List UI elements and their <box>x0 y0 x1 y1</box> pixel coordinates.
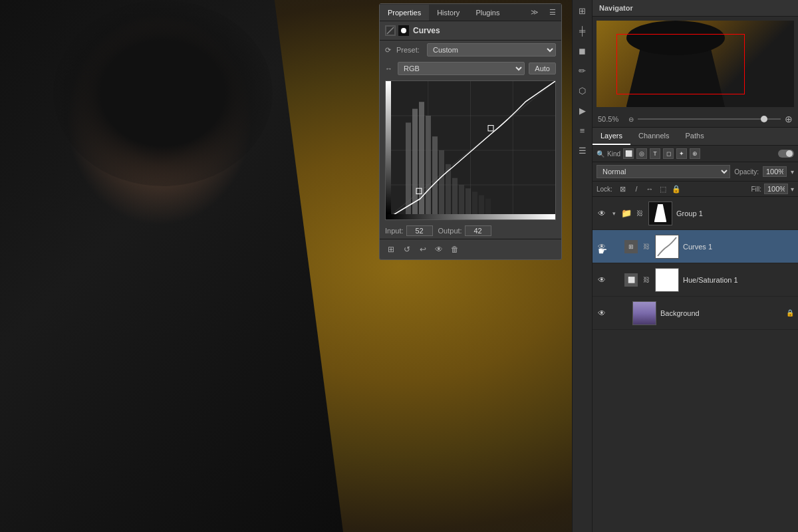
right-panels: Navigator 50.5% ⊖ <box>592 0 798 532</box>
curves-title: Curves <box>413 26 440 35</box>
zoom-slider[interactable] <box>638 118 781 120</box>
adjustment-icon[interactable]: ⊞ <box>385 243 397 255</box>
layer-row-hue1[interactable]: 👁 ⬜ ⛓ Hue/Saturation 1 <box>593 263 798 297</box>
filter-toggle[interactable] <box>778 150 794 158</box>
undo-icon[interactable]: ↩ <box>417 243 429 255</box>
filter-toggle-dot <box>786 150 793 157</box>
delete-icon[interactable]: 🗑 <box>449 243 461 255</box>
tab-plugins[interactable]: Plugins <box>467 5 507 21</box>
layer-eye-hue1[interactable]: 👁 <box>597 275 607 285</box>
zoom-out-icon[interactable]: ⊖ <box>628 116 634 123</box>
tab-layers[interactable]: Layers <box>593 128 630 145</box>
layer-name-curves1: Curves 1 <box>683 243 794 251</box>
layers-tabs: Layers Channels Paths <box>593 128 798 146</box>
filter-type-btn[interactable]: T <box>650 148 660 159</box>
lock-position-icon[interactable]: ↔ <box>644 184 655 194</box>
layer-eye-group1[interactable]: 👁 <box>597 208 607 219</box>
options-icon[interactable]: ⊞ <box>575 3 591 19</box>
layers-panel: Layers Channels Paths 🔍 Kind ⬜ ◎ T ◻ ✦ ⊕ <box>593 128 798 532</box>
output-field: Output: <box>438 225 491 236</box>
hue-adj-icon: ⬜ <box>624 273 638 287</box>
zoom-thumb[interactable] <box>761 116 767 122</box>
curves-graph[interactable] <box>385 80 556 220</box>
layer-chain-hue1: ⛓ <box>642 275 651 285</box>
play-icon[interactable]: ▶ <box>575 102 591 118</box>
panel-menu-icon[interactable]: ☰ <box>544 4 561 21</box>
filter-lock-btn[interactable]: ⊕ <box>690 148 700 159</box>
fill-input[interactable] <box>764 184 788 194</box>
blend-mode-select[interactable]: Normal <box>597 165 730 178</box>
color-icon[interactable]: ⬡ <box>575 82 591 98</box>
preset-icon: ⟳ <box>385 46 391 55</box>
expand-icon[interactable]: ≫ <box>525 4 544 21</box>
curves-adj-icon: ⊞ <box>624 240 638 253</box>
zoom-in-icon[interactable]: ⊕ <box>785 114 793 124</box>
panel-header: Curves <box>380 21 561 41</box>
layer-row-group1[interactable]: 👁 ▾ 📁 ⛓ Group 1 <box>593 197 798 230</box>
svg-rect-14 <box>426 116 431 219</box>
filter-smart-btn[interactable]: ✦ <box>676 148 687 159</box>
layer-thumb-curves1 <box>655 235 679 259</box>
channel-icon: ↔ <box>385 65 392 72</box>
layer-thumb-group1 <box>648 201 672 225</box>
svg-rect-18 <box>452 178 458 219</box>
layer-eye-curves1[interactable]: 👁 ☛ <box>597 241 607 252</box>
tool3-icon[interactable]: ◼ <box>575 43 591 59</box>
reset-icon[interactable]: ↺ <box>401 243 413 255</box>
channel-row: ↔ RGB Auto <box>380 59 561 78</box>
layer-row-bg[interactable]: 👁 Background 🔒 <box>593 297 798 330</box>
curves-mask-icon <box>398 25 409 36</box>
layer-name-hue1: Hue/Saturation 1 <box>683 276 794 284</box>
layer-chain-curves1: ⛓ <box>642 242 651 251</box>
output-value[interactable] <box>465 225 491 236</box>
svg-rect-25 <box>488 126 493 131</box>
channel-select[interactable]: RGB <box>398 62 525 75</box>
fill-arrow-icon[interactable]: ▾ <box>791 186 794 193</box>
layer-thumb-bg <box>632 301 656 325</box>
filter-pixel-btn[interactable]: ⬜ <box>623 148 634 159</box>
navigator-title: Navigator <box>599 4 633 12</box>
tab-channels[interactable]: Channels <box>630 128 677 145</box>
layer-row-curves1[interactable]: 👁 ☛ ⊞ ⛓ Curves 1 <box>593 230 798 263</box>
tab-history[interactable]: History <box>429 5 467 21</box>
brush-icon[interactable]: ✏ <box>575 63 591 78</box>
lock-paint-icon[interactable]: / <box>631 184 642 194</box>
layers-list: 👁 ▾ 📁 ⛓ Group 1 👁 ☛ <box>593 197 798 532</box>
blend-mode-row: Normal Opacity: ▾ <box>593 162 798 182</box>
preset-label: Preset: <box>396 46 423 54</box>
svg-rect-15 <box>432 136 438 219</box>
input-field: Input: <box>385 225 433 236</box>
input-value[interactable] <box>406 225 433 236</box>
navigator-zoom-bar: 50.5% ⊖ ⊕ <box>593 111 798 127</box>
lock-row: Lock: ⊠ / ↔ ⬚ 🔒 Fill: ▾ <box>593 182 798 197</box>
lock-transparent-icon[interactable]: ⊠ <box>618 184 628 194</box>
input-label: Input: <box>385 227 404 235</box>
opacity-arrow-icon[interactable]: ▾ <box>791 168 794 176</box>
layers-filter-row: 🔍 Kind ⬜ ◎ T ◻ ✦ ⊕ <box>593 146 798 162</box>
filter-icon: 🔍 <box>597 150 604 158</box>
lock-bg-icon: 🔒 <box>786 309 794 317</box>
svg-rect-13 <box>419 102 424 219</box>
auto-button[interactable]: Auto <box>529 63 556 74</box>
opacity-input[interactable] <box>763 166 787 177</box>
preset-select[interactable]: Custom <box>427 43 556 57</box>
eye-toggle-icon[interactable]: 👁 <box>433 243 445 255</box>
properties-icon[interactable]: ☰ <box>575 142 591 158</box>
properties-panel: Properties History Plugins ≫ ☰ Curves ⟳ … <box>379 3 562 260</box>
navigator-preview[interactable] <box>597 21 794 107</box>
tab-properties[interactable]: Properties <box>380 5 429 21</box>
tab-paths[interactable]: Paths <box>678 128 712 145</box>
filter-shape-btn[interactable]: ◻ <box>663 148 674 159</box>
svg-rect-16 <box>439 150 444 219</box>
filter-adjust-btn[interactable]: ◎ <box>636 148 647 159</box>
layer-expand-group1[interactable]: ▾ <box>610 209 618 217</box>
layers-icon[interactable]: ≡ <box>575 122 591 138</box>
tool2-icon[interactable]: ╪ <box>575 23 591 39</box>
layer-eye-bg[interactable]: 👁 <box>597 308 607 319</box>
layer-name-bg: Background <box>660 309 783 317</box>
preset-row: ⟳ Preset: Custom <box>380 41 561 59</box>
navigator-panel: Navigator 50.5% ⊖ <box>593 0 798 128</box>
lock-artboard-icon[interactable]: ⬚ <box>658 184 668 194</box>
zoom-level: 50.5% <box>598 115 624 123</box>
lock-all-icon[interactable]: 🔒 <box>671 184 682 194</box>
